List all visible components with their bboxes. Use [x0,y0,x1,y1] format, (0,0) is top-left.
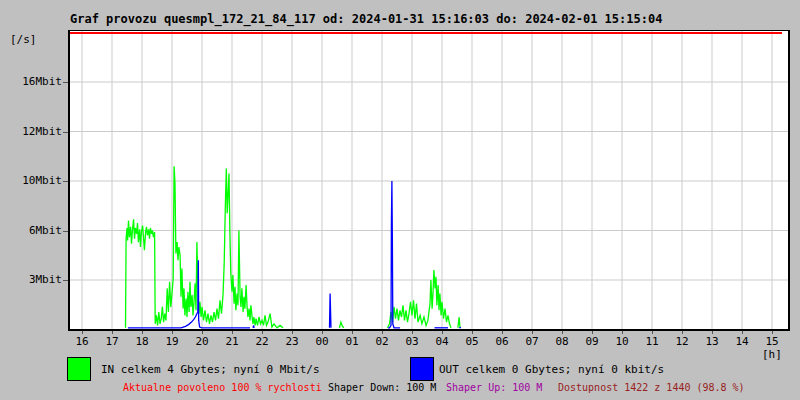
x-tick-mark [142,331,143,334]
x-tick-label: 21 [218,336,246,348]
x-tick-mark [112,331,113,334]
y-axis-unit-label: [/s] [10,33,37,46]
x-axis-unit-label: [h] [762,348,782,361]
x-tick-mark [502,331,503,334]
x-tick-mark [202,331,203,334]
x-tick-label: 02 [368,336,396,348]
status-allowed-speed: Aktualne povoleno 100 % rychlosti [123,382,322,393]
x-tick-mark [622,331,623,334]
x-tick-label: 06 [488,336,516,348]
x-tick-mark [262,331,263,334]
y-tick-mark [63,132,68,133]
y-tick-mark [63,181,68,182]
legend-out-label: OUT celkem 0 Gbytes; nyní 0 kbit/s [439,363,664,376]
y-tick-label: 3Mbit [0,273,62,286]
x-tick-label: 10 [608,336,636,348]
max-bandwidth-line [70,32,782,34]
y-tick-label: 16Mbit [0,75,62,88]
x-tick-mark [292,331,293,334]
x-tick-mark [382,331,383,334]
x-tick-mark [712,331,713,334]
x-tick-label: 13 [698,336,726,348]
x-tick-label: 07 [518,336,546,348]
x-tick-label: 05 [458,336,486,348]
legend-in-label: IN celkem 4 Gbytes; nyní 0 Mbit/s [101,363,320,376]
y-tick-label: 6Mbit [0,224,62,237]
legend-out-swatch [410,357,434,381]
x-tick-mark [592,331,593,334]
x-tick-label: 09 [578,336,606,348]
series-in [126,166,461,328]
y-tick-label: 12Mbit [0,125,62,138]
x-tick-label: 16 [68,336,96,348]
x-tick-label: 19 [158,336,186,348]
x-tick-label: 00 [308,336,336,348]
x-tick-label: 17 [98,336,126,348]
x-tick-label: 22 [248,336,276,348]
status-availability: Dostupnost 1422 z 1440 (98.8 %) [558,382,745,393]
x-tick-mark [82,331,83,334]
status-shaper-down: Shaper Down: 100 M [328,382,436,393]
x-tick-label: 23 [278,336,306,348]
x-tick-mark [772,331,773,334]
x-tick-label: 15 [758,336,786,348]
y-tick-label: 10Mbit [0,174,62,187]
x-tick-mark [412,331,413,334]
x-tick-label: 04 [428,336,456,348]
x-tick-label: 14 [728,336,756,348]
page-title: Graf provozu quesmpl_172_21_84_117 od: 2… [70,12,662,26]
x-tick-mark [172,331,173,334]
legend-in-swatch [67,357,91,381]
x-tick-mark [352,331,353,334]
y-tick-mark [63,231,68,232]
x-tick-mark [532,331,533,334]
x-tick-label: 20 [188,336,216,348]
traffic-graph-window: Graf provozu quesmpl_172_21_84_117 od: 2… [0,0,800,400]
traffic-chart [70,31,788,329]
gridlines [70,31,788,329]
y-tick-mark [63,280,68,281]
status-shaper-up: Shaper Up: 100 M [446,382,542,393]
x-tick-mark [322,331,323,334]
x-tick-mark [562,331,563,334]
x-tick-label: 11 [638,336,666,348]
x-tick-mark [472,331,473,334]
x-tick-label: 03 [398,336,426,348]
x-tick-mark [652,331,653,334]
x-tick-mark [742,331,743,334]
x-tick-mark [232,331,233,334]
x-tick-mark [682,331,683,334]
x-tick-label: 01 [338,336,366,348]
x-tick-label: 18 [128,336,156,348]
plot-area [68,30,790,331]
y-tick-mark [63,82,68,83]
x-tick-label: 12 [668,336,696,348]
x-tick-label: 08 [548,336,576,348]
x-tick-mark [442,331,443,334]
